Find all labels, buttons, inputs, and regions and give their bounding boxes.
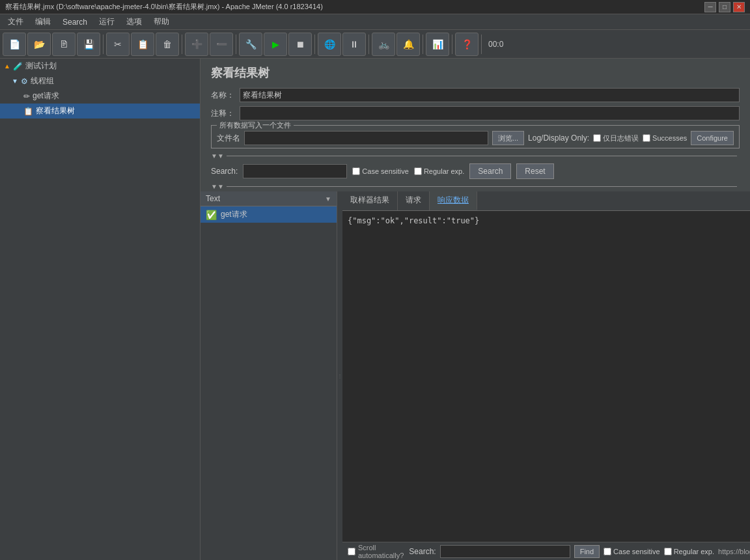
- bottom-left: Scroll automatically?: [348, 544, 404, 559]
- toolbar-remove[interactable]: ➖: [210, 33, 233, 56]
- configure-button[interactable]: Configure: [691, 131, 734, 145]
- detail-panel: 取样器结果 请求 响应数据 {"msg":"ok","result":"true…: [342, 191, 750, 560]
- bottom-search-input[interactable]: [440, 545, 570, 558]
- toolbar-clear[interactable]: 🚲: [372, 33, 395, 56]
- toolbar-sep4: [314, 35, 315, 54]
- list-body: ✅ get请求: [201, 206, 337, 560]
- toolbar-cut[interactable]: ✂: [106, 33, 130, 56]
- scroll-auto-checkbox[interactable]: [348, 548, 355, 555]
- close-button[interactable]: ✕: [733, 2, 745, 12]
- search-input[interactable]: [243, 164, 347, 178]
- case-sensitive-label[interactable]: Case sensitive: [352, 167, 409, 175]
- tab-content-response: {"msg":"ok","result":"true"}: [342, 211, 750, 542]
- tree-item-plan[interactable]: ▲ 🧪 测试计划: [0, 59, 200, 74]
- toolbar-sep5: [368, 35, 369, 54]
- menu-search[interactable]: Search: [57, 16, 92, 28]
- status-success-icon: ✅: [206, 210, 217, 220]
- toolbar-timer: 00:0: [484, 40, 507, 49]
- right-panel: 察看结果树 名称： 注释： 所有数据写入一个文件 文件名 浏览... Log/D…: [201, 59, 750, 560]
- divider-line-1: [227, 156, 737, 156]
- bottom-case-sensitive-label[interactable]: Case sensitive: [604, 548, 660, 555]
- menu-edit[interactable]: 编辑: [30, 15, 56, 29]
- successes-checkbox-label[interactable]: Successes: [643, 134, 687, 142]
- toolbar-open[interactable]: 📂: [27, 33, 51, 56]
- list-item-get[interactable]: ✅ get请求: [201, 206, 337, 223]
- successes-checkbox[interactable]: [643, 134, 650, 142]
- toolbar-remote-stop[interactable]: ⏸: [342, 33, 366, 56]
- toolbar-new[interactable]: 📄: [3, 33, 26, 56]
- tab-sampler-result[interactable]: 取样器结果: [342, 191, 398, 210]
- window-title: 察看结果树.jmx (D:\software\apache-jmeter-4.0…: [5, 2, 323, 12]
- vertical-splitter[interactable]: ⋮: [337, 191, 342, 560]
- divider-row-1: ▼▼: [201, 151, 750, 161]
- collapse-arrow-2[interactable]: ▼▼: [211, 183, 224, 190]
- comment-row: 注释：: [201, 104, 750, 122]
- toolbar-copy[interactable]: 📋: [131, 33, 154, 56]
- name-input[interactable]: [240, 88, 740, 102]
- toolbar: 📄 📂 🖹 💾 ✂ 📋 🗑 ➕ ➖ 🔧 ▶ ⏹ 🌐 ⏸ 🚲 🔔 📊 ❓ 00:0: [0, 30, 750, 59]
- minimize-button[interactable]: ─: [704, 2, 716, 12]
- menu-run[interactable]: 运行: [94, 15, 120, 29]
- tab-response-data[interactable]: 响应数据: [430, 191, 477, 210]
- scroll-auto-label[interactable]: Scroll automatically?: [348, 544, 404, 559]
- bottom-regular-exp-label[interactable]: Regular exp.: [664, 548, 714, 555]
- bottom-search-label: Search:: [409, 547, 436, 556]
- errors-checkbox[interactable]: [593, 134, 601, 142]
- maximize-button[interactable]: □: [719, 2, 730, 12]
- bottom-case-sensitive-checkbox[interactable]: [604, 548, 611, 555]
- divider-line-2: [227, 186, 737, 187]
- log-display-label: Log/Display Only:: [528, 133, 589, 143]
- toolbar-help[interactable]: ❓: [455, 33, 479, 56]
- list-header: Text ▼: [201, 191, 337, 206]
- search-row: Search: Case sensitive Regular exp. Sear…: [201, 161, 750, 182]
- toolbar-save-template[interactable]: 🖹: [52, 33, 76, 56]
- menu-bar: 文件 编辑 Search 运行 选项 帮助: [0, 14, 750, 30]
- toolbar-sep7: [452, 35, 452, 54]
- file-section-legend: 所有数据写入一个文件: [217, 120, 294, 130]
- browse-button[interactable]: 浏览...: [492, 131, 524, 145]
- toolbar-run[interactable]: ▶: [264, 33, 287, 56]
- toolbar-delete[interactable]: 🗑: [156, 33, 179, 56]
- test-plan-tree: ▲ 🧪 测试计划 ▼ ⚙ 线程组 ✏ get请求 📋 察看结果树: [0, 59, 201, 560]
- file-label: 文件名: [217, 133, 240, 144]
- toolbar-sep8: [481, 35, 482, 54]
- tab-request[interactable]: 请求: [398, 191, 430, 210]
- divider-row-2: ▼▼: [201, 182, 750, 191]
- toolbar-add[interactable]: ➕: [185, 33, 208, 56]
- list-header-text: Text: [206, 194, 322, 203]
- bottom-regular-exp-checkbox[interactable]: [664, 548, 672, 555]
- tree-item-group[interactable]: ▼ ⚙ 线程组: [0, 74, 200, 89]
- regular-exp-checkbox[interactable]: [414, 167, 422, 175]
- toolbar-configure[interactable]: 🔧: [239, 33, 262, 56]
- toolbar-stop[interactable]: ⏹: [288, 33, 312, 56]
- menu-help[interactable]: 帮助: [148, 15, 174, 29]
- menu-file[interactable]: 文件: [3, 15, 29, 29]
- menu-options[interactable]: 选项: [121, 15, 147, 29]
- title-bar: 察看结果树.jmx (D:\software\apache-jmeter-4.0…: [0, 0, 750, 14]
- errors-checkbox-label[interactable]: 仅日志错误: [593, 133, 639, 143]
- bottom-bar: Scroll automatically? Search: Find Case …: [342, 542, 750, 560]
- reset-button[interactable]: Reset: [516, 163, 553, 179]
- list-dropdown-arrow[interactable]: ▼: [325, 195, 331, 203]
- log-display-row: Log/Display Only: 仅日志错误 Successes Config…: [528, 131, 734, 145]
- toolbar-report[interactable]: 📊: [426, 33, 449, 56]
- toolbar-sep3: [236, 35, 236, 54]
- toolbar-alert[interactable]: 🔔: [396, 33, 420, 56]
- comment-input[interactable]: [240, 106, 740, 120]
- search-button[interactable]: Search: [469, 163, 511, 179]
- file-row: 文件名 浏览... Log/Display Only: 仅日志错误 Succes…: [217, 131, 734, 145]
- list-item-label: get请求: [221, 209, 247, 220]
- tree-item-listener[interactable]: 📋 察看结果树: [0, 104, 200, 119]
- file-input[interactable]: [244, 131, 488, 145]
- case-sensitive-checkbox[interactable]: [352, 167, 360, 175]
- name-label: 名称：: [211, 90, 234, 101]
- toolbar-remote-run[interactable]: 🌐: [318, 33, 341, 56]
- tree-item-sampler[interactable]: ✏ get请求: [0, 89, 200, 104]
- file-section: 所有数据写入一个文件 文件名 浏览... Log/Display Only: 仅…: [211, 125, 740, 148]
- bottom-right: Search: Find Case sensitive Regular exp.…: [409, 545, 750, 558]
- comment-label: 注释：: [211, 108, 234, 119]
- regular-exp-label[interactable]: Regular exp.: [414, 167, 464, 175]
- toolbar-save[interactable]: 💾: [77, 33, 100, 56]
- collapse-arrow-1[interactable]: ▼▼: [211, 152, 224, 160]
- find-button[interactable]: Find: [574, 545, 600, 558]
